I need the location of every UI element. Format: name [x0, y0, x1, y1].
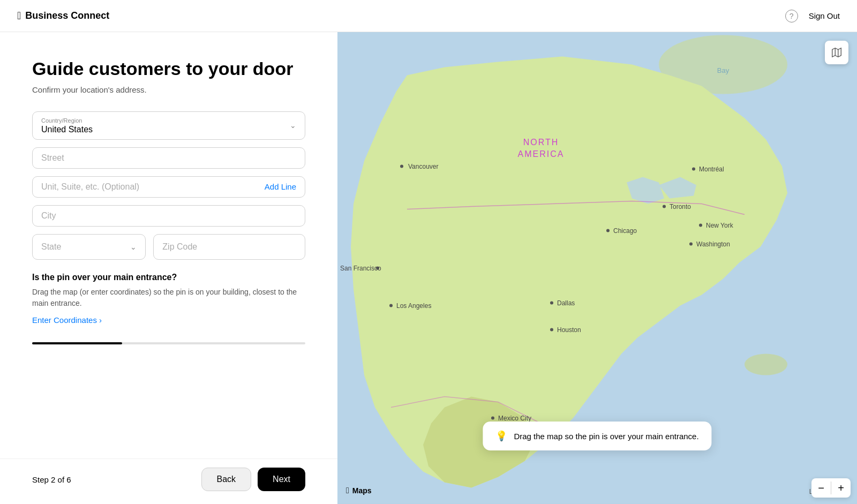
map-icon: [831, 47, 843, 58]
apple-maps-icon: : [346, 486, 349, 495]
enter-coordinates-link[interactable]: Enter Coordinates ›: [32, 315, 102, 325]
chevron-right-icon: ›: [99, 315, 102, 325]
form-area: Guide customers to your door Confirm you…: [0, 32, 337, 458]
progress-bar-fill: [32, 342, 122, 344]
svg-point-18: [389, 304, 393, 307]
pin-title: Is the pin over your main entrance?: [32, 273, 305, 282]
state-field: State ⌄: [32, 234, 146, 260]
footer-row: Step 2 of 6 Back Next: [32, 468, 305, 491]
page-title: Guide customers to your door: [32, 58, 305, 80]
address-form: Country/Region United States ⌄ Add Line: [32, 111, 305, 260]
svg-point-10: [692, 168, 695, 171]
svg-point-8: [663, 205, 666, 208]
svg-text:NORTH: NORTH: [523, 138, 559, 147]
header-actions: ? Sign Out: [785, 10, 840, 22]
header:  Business Connect ? Sign Out: [0, 0, 857, 32]
svg-point-20: [550, 302, 553, 305]
apple-logo-icon: : [17, 10, 21, 22]
left-panel: Guide customers to your door Confirm you…: [0, 32, 337, 504]
unit-input[interactable]: [41, 182, 265, 192]
nav-buttons: Back Next: [201, 468, 305, 491]
zoom-controls: − +: [811, 478, 851, 498]
back-button[interactable]: Back: [201, 468, 252, 491]
svg-point-22: [550, 328, 553, 332]
page-subtitle: Confirm your location's address.: [32, 85, 305, 94]
zoom-out-button[interactable]: −: [811, 478, 831, 498]
svg-text:Houston: Houston: [557, 326, 581, 334]
progress-bar-bg: [32, 342, 305, 344]
svg-text:Washington: Washington: [696, 240, 730, 248]
map-tooltip: 💡 Drag the map so the pin is over your m…: [483, 422, 711, 450]
street-input[interactable]: [41, 153, 296, 163]
svg-point-24: [491, 417, 494, 420]
city-input[interactable]: [41, 211, 296, 221]
svg-text:Montréal: Montréal: [699, 166, 724, 173]
svg-text:Bay: Bay: [717, 66, 730, 74]
country-select[interactable]: United States: [41, 125, 296, 134]
svg-point-12: [699, 224, 702, 227]
svg-point-14: [689, 243, 693, 246]
brand-area:  Business Connect: [17, 10, 109, 22]
svg-point-4: [400, 165, 403, 168]
svg-text:Vancouver: Vancouver: [408, 163, 438, 170]
pin-description: Drag the map (or enter coordinates) so t…: [32, 287, 305, 309]
svg-point-3: [745, 354, 787, 375]
brand-title: Business Connect: [25, 10, 109, 21]
sign-out-button[interactable]: Sign Out: [809, 11, 840, 20]
city-field: [32, 205, 305, 227]
svg-text:San Francisco: San Francisco: [340, 265, 381, 272]
state-zip-row: State ⌄: [32, 234, 305, 260]
step-indicator: Step 2 of 6: [32, 475, 71, 484]
unit-row: Add Line: [41, 182, 296, 192]
svg-text:Los Angeles: Los Angeles: [396, 302, 431, 310]
main-content: Guide customers to your door Confirm you…: [0, 32, 857, 504]
pin-section: Is the pin over your main entrance? Drag…: [32, 273, 305, 325]
state-select[interactable]: State: [41, 242, 137, 251]
svg-point-6: [606, 229, 610, 232]
lightbulb-icon: 💡: [495, 430, 507, 442]
map-panel[interactable]: Vancouver Chicago Toronto Montréal New Y…: [337, 32, 857, 504]
map-container[interactable]: Vancouver Chicago Toronto Montréal New Y…: [337, 32, 857, 504]
zip-field: [153, 234, 305, 260]
svg-text:Toronto: Toronto: [670, 203, 691, 210]
svg-text:Chicago: Chicago: [613, 227, 637, 235]
svg-text:AMERICA: AMERICA: [518, 149, 565, 159]
unit-field: Add Line: [32, 176, 305, 198]
progress-section: [32, 342, 305, 344]
svg-text:Dallas: Dallas: [557, 299, 575, 307]
svg-text:Mexico City: Mexico City: [498, 415, 531, 422]
country-label: Country/Region: [41, 117, 296, 124]
country-field: Country/Region United States ⌄: [32, 111, 305, 140]
svg-text:New York: New York: [706, 222, 734, 229]
street-field: [32, 147, 305, 169]
add-line-button[interactable]: Add Line: [265, 182, 296, 191]
next-button[interactable]: Next: [258, 468, 305, 491]
maps-logo-text: Maps: [352, 486, 372, 495]
enter-coords-text: Enter Coordinates: [32, 315, 97, 325]
map-toggle-button[interactable]: [825, 41, 848, 64]
form-footer: Step 2 of 6 Back Next: [0, 458, 337, 504]
maps-logo:  Maps: [346, 486, 372, 495]
tooltip-text: Drag the map so the pin is over your mai…: [514, 432, 698, 441]
zip-input[interactable]: [162, 242, 296, 252]
help-icon[interactable]: ?: [785, 10, 798, 22]
zoom-in-button[interactable]: +: [831, 478, 851, 498]
